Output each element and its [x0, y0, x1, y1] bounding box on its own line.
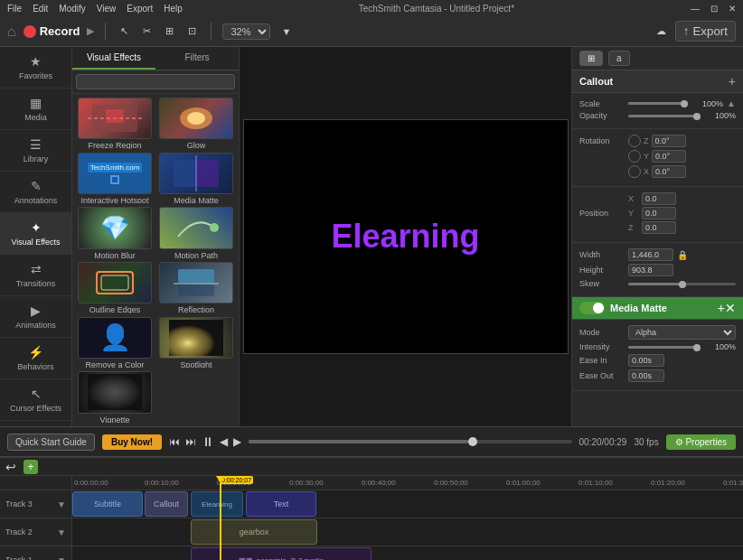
- step-back-btn[interactable]: ⏮: [169, 435, 180, 448]
- menu-help[interactable]: Help: [164, 4, 183, 14]
- mediamatte-thumb: [159, 153, 233, 194]
- minimize-btn[interactable]: —: [691, 4, 700, 14]
- timeline-content: Track 3 ▼ Track 2 ▼ Track 1 ▼ 0:00:00;00…: [0, 476, 743, 560]
- scale-slider[interactable]: [628, 102, 688, 105]
- effect-spotlight[interactable]: Spotlight: [157, 317, 235, 369]
- export-button[interactable]: ↑ Export: [675, 21, 736, 42]
- position-y-input[interactable]: [642, 207, 676, 219]
- media-matte-settings-btn[interactable]: ✕: [725, 301, 736, 315]
- position-x-input[interactable]: [642, 192, 676, 205]
- height-row: Height: [579, 264, 736, 276]
- vignette-label: Vignette: [78, 415, 152, 423]
- restore-btn[interactable]: ⊡: [710, 4, 718, 14]
- sidebar-item-cursor-effects[interactable]: ↖ Cursor Effects: [0, 379, 71, 421]
- media-matte-add-btn[interactable]: +: [718, 301, 725, 315]
- trim-tool-btn[interactable]: ⊞: [162, 23, 177, 39]
- menu-file[interactable]: File: [7, 4, 22, 14]
- position-z-input[interactable]: [642, 221, 676, 234]
- clip-text[interactable]: Text: [246, 491, 316, 517]
- close-btn[interactable]: ✕: [729, 4, 736, 14]
- ease-out-input[interactable]: [628, 369, 664, 382]
- track1-expand[interactable]: ▼: [57, 555, 66, 560]
- playback-bar: Quick Start Guide Buy Now! ⏮ ⏭ ⏸ ◀ ▶ 00:…: [0, 426, 743, 457]
- prop-tab-visual[interactable]: ⊞: [579, 51, 603, 66]
- clip-subtitle[interactable]: Subtitle: [72, 491, 143, 517]
- sidebar-item-transitions[interactable]: ⇄ Transitions: [0, 255, 71, 296]
- scale-increment-btn[interactable]: ▲: [727, 98, 736, 108]
- menu-view[interactable]: View: [97, 4, 117, 14]
- menu-export[interactable]: Export: [127, 4, 153, 14]
- effect-vignette[interactable]: Vignette: [76, 371, 154, 423]
- select-tool-btn[interactable]: ↖: [117, 23, 132, 39]
- rotation-x-input[interactable]: [652, 165, 686, 178]
- sidebar-item-favorites[interactable]: ★ Favorites: [0, 47, 71, 89]
- effect-motion-path[interactable]: Motion Path: [157, 207, 235, 258]
- ease-in-label: Ease In: [579, 356, 625, 365]
- sidebar-item-annotations[interactable]: ✎ Annotations: [0, 172, 71, 213]
- effect-media-matte[interactable]: Media Matte: [157, 153, 235, 204]
- sidebar-item-visual-effects[interactable]: ✦ Visual Effects: [0, 213, 71, 255]
- sidebar-item-audio-effects[interactable]: ♪ Audio Effects: [0, 421, 71, 426]
- height-input[interactable]: [628, 264, 673, 276]
- zoom-select[interactable]: 32%: [222, 23, 270, 40]
- sidebar-item-library[interactable]: ☰ Library: [0, 130, 71, 172]
- effect-reflection[interactable]: Reflection: [157, 262, 235, 313]
- add-track-button[interactable]: +: [24, 460, 38, 474]
- effect-remove-color[interactable]: 👤 Remove a Color: [76, 317, 154, 369]
- menu-edit[interactable]: Edit: [33, 4, 48, 14]
- track2-expand[interactable]: ▼: [57, 527, 66, 537]
- rotation-y-circle[interactable]: [628, 150, 641, 163]
- clip-gearbox[interactable]: gearbox: [191, 519, 317, 545]
- prop-tab-text[interactable]: a: [608, 51, 630, 66]
- rotation-z-circle[interactable]: [628, 135, 641, 147]
- crop-tool-btn[interactable]: ⊡: [184, 23, 200, 39]
- media-matte-toggle[interactable]: [579, 302, 605, 314]
- zoom-dropdown-btn[interactable]: ▼: [277, 24, 295, 39]
- properties-button[interactable]: ⚙ Properties: [666, 434, 736, 450]
- rotation-z-input[interactable]: [652, 135, 686, 147]
- skew-slider[interactable]: [628, 283, 736, 285]
- step-forward-btn[interactable]: ⏭: [185, 435, 196, 448]
- opacity-slider-fill: [628, 115, 701, 117]
- effect-motion-blur[interactable]: 💎 Motion Blur: [76, 207, 154, 258]
- record-button[interactable]: Record: [24, 24, 80, 38]
- playback-scrubber[interactable]: [249, 440, 572, 443]
- effect-glow[interactable]: Glow: [157, 98, 235, 149]
- width-input[interactable]: [628, 248, 673, 261]
- rotation-y-controls: Y: [628, 150, 736, 163]
- clip-callout[interactable]: Callout: [145, 491, 188, 517]
- track-labels-column: Track 3 ▼ Track 2 ▼ Track 1 ▼: [0, 476, 72, 560]
- opacity-slider[interactable]: [628, 115, 701, 117]
- y-label-rot: Y: [644, 152, 649, 161]
- sidebar-item-media[interactable]: ▦ Media: [0, 89, 71, 130]
- effect-interactive-hotspot[interactable]: TechSmith.com Interactive Hotspot: [76, 153, 154, 204]
- next-frame-btn[interactable]: ▶: [233, 435, 241, 448]
- search-input[interactable]: [76, 74, 235, 89]
- cloud-btn[interactable]: ☁: [653, 23, 670, 39]
- callout-add-btn[interactable]: +: [729, 74, 736, 89]
- ease-in-input[interactable]: [628, 354, 664, 367]
- sidebar-item-behaviors[interactable]: ⚡ Behaviors: [0, 338, 71, 379]
- track3-expand[interactable]: ▼: [57, 499, 66, 509]
- quick-start-button[interactable]: Quick Start Guide: [7, 434, 95, 451]
- properties-panel: ⊞ a Callout + Scale 100% ▲ Opacity: [571, 47, 743, 426]
- width-lock-btn[interactable]: 🔒: [677, 250, 688, 260]
- mode-select[interactable]: Alpha: [628, 325, 736, 340]
- effect-freeze-region[interactable]: Freeze Region: [76, 98, 154, 149]
- sidebar-item-animations[interactable]: ▶ Animations: [0, 296, 71, 338]
- clip-elearning[interactable]: Elearning: [191, 491, 243, 517]
- home-icon[interactable]: ⌂: [7, 23, 16, 40]
- rotation-x-circle[interactable]: [628, 165, 641, 178]
- split-tool-btn[interactable]: ✂: [139, 23, 155, 39]
- clip-neon[interactable]: ▦▦ neonriple ⊕ 2 media: [191, 547, 372, 560]
- tab-filters[interactable]: Filters: [155, 47, 239, 70]
- menu-modify[interactable]: Modify: [59, 4, 85, 14]
- undo-button[interactable]: ↩: [4, 458, 18, 476]
- rotation-y-input[interactable]: [652, 150, 686, 163]
- prev-frame-btn[interactable]: ◀: [220, 435, 228, 448]
- tab-visual-effects[interactable]: Visual Effects: [72, 47, 155, 70]
- effect-outline-edges[interactable]: Outline Edges: [76, 262, 154, 313]
- play-pause-btn[interactable]: ⏸: [202, 434, 214, 449]
- buy-now-button[interactable]: Buy Now!: [102, 434, 162, 450]
- intensity-slider[interactable]: [628, 346, 701, 349]
